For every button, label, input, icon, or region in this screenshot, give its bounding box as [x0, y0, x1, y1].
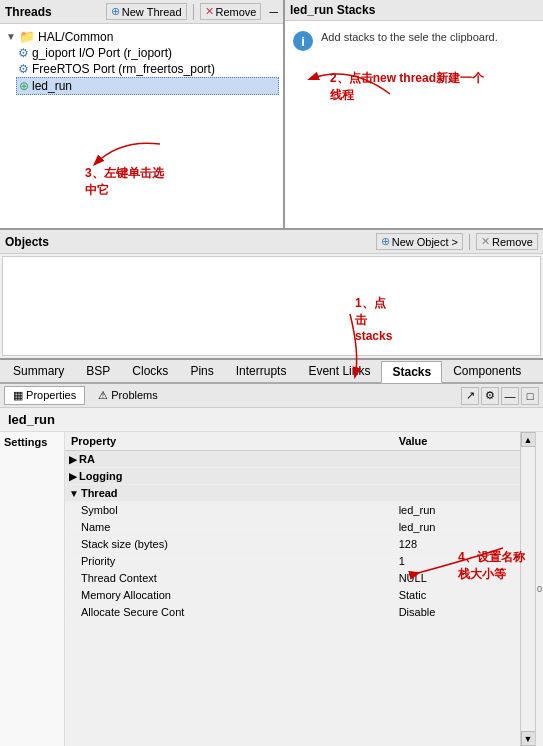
prop-value-cell[interactable]: Disable: [393, 604, 520, 621]
prop-property-cell: Memory Allocation: [65, 587, 393, 604]
component-icon: ⚙: [18, 46, 29, 60]
new-object-button[interactable]: ⊕ New Object >: [376, 233, 463, 250]
new-object-icon: ⊕: [381, 235, 390, 248]
scroll-down-button[interactable]: ▼: [521, 731, 536, 746]
prop-value-cell[interactable]: NULL: [393, 570, 520, 587]
prop-property-cell: Allocate Secure Cont: [65, 604, 393, 621]
threads-tree: ▼ 📁 HAL/Common ⚙ g_ioport I/O Port (r_io…: [0, 24, 283, 228]
stacks-info-text: Add stacks to the sele the clipboard.: [321, 29, 498, 46]
prop-property-cell: Priority: [65, 553, 393, 570]
objects-title: Objects: [5, 235, 372, 249]
tree-item-freertos-port[interactable]: ⚙ FreeRTOS Port (rm_freertos_port): [16, 61, 279, 77]
tab-bsp[interactable]: BSP: [75, 360, 121, 382]
remove-thread-icon: ✕: [205, 5, 214, 18]
info-icon: i: [293, 31, 313, 51]
prop-value-cell[interactable]: led_run: [393, 502, 520, 519]
prop-value-cell[interactable]: Static: [393, 587, 520, 604]
tab-event-links[interactable]: Event Links: [297, 360, 381, 382]
new-thread-icon: ⊕: [111, 5, 120, 18]
threads-header: Threads ⊕ New Thread ✕ Remove ─: [0, 0, 283, 24]
prop-property-cell: Thread Context: [65, 570, 393, 587]
prop-group-row[interactable]: ▼Thread: [65, 485, 520, 502]
prop-toolbar: ↗ ⚙ — □: [461, 387, 539, 405]
led-run-title: led_run: [0, 408, 543, 432]
remove-thread-button[interactable]: ✕ Remove: [200, 3, 262, 20]
tab-summary[interactable]: Summary: [2, 360, 75, 382]
minimize-icon[interactable]: ─: [269, 5, 278, 19]
right-label: 0: [535, 432, 543, 746]
tab-interrupts[interactable]: Interrupts: [225, 360, 298, 382]
bottom-section: ▦ Properties ⚠ Problems ↗ ⚙ — □ led_run …: [0, 384, 543, 746]
tree-label: FreeRTOS Port (rm_freertos_port): [32, 62, 215, 76]
component-icon: ⚙: [18, 62, 29, 76]
tree-label: led_run: [32, 79, 72, 93]
settings-sidebar: Settings: [0, 432, 65, 746]
prop-toolbar-btn1[interactable]: ↗: [461, 387, 479, 405]
tab-pins[interactable]: Pins: [179, 360, 224, 382]
tree-item-led-run[interactable]: ⊕ led_run: [16, 77, 279, 95]
properties-table: Property Value ▶RA▶Logging▼ThreadSymboll…: [65, 432, 520, 746]
prop-tab-properties[interactable]: ▦ Properties: [4, 386, 85, 405]
prop-value-cell[interactable]: 128: [393, 536, 520, 553]
prop-group-row[interactable]: ▶Logging: [65, 468, 520, 485]
bottom-content: Settings Property Value ▶RA▶Logging▼Thre…: [0, 432, 543, 746]
prop-toolbar-btn4[interactable]: □: [521, 387, 539, 405]
remove-object-button[interactable]: ✕ Remove: [476, 233, 538, 250]
problems-icon: ⚠: [98, 389, 111, 401]
tree-label: g_ioport I/O Port (r_ioport): [32, 46, 172, 60]
objects-content: [2, 256, 541, 356]
prop-property-cell: Name: [65, 519, 393, 536]
tree-label: HAL/Common: [38, 30, 113, 44]
folder-icon: 📁: [19, 29, 35, 44]
expand-icon: ▼: [6, 31, 16, 42]
scroll-up-button[interactable]: ▲: [521, 432, 536, 447]
prop-bar: ▦ Properties ⚠ Problems ↗ ⚙ — □: [0, 384, 543, 408]
prop-value-cell[interactable]: led_run: [393, 519, 520, 536]
objects-section: Objects ⊕ New Object > ✕ Remove: [0, 230, 543, 360]
remove-object-icon: ✕: [481, 235, 490, 248]
tab-stacks[interactable]: Stacks: [381, 361, 442, 383]
prop-toolbar-btn2[interactable]: ⚙: [481, 387, 499, 405]
tab-clocks[interactable]: Clocks: [121, 360, 179, 382]
threads-title: Threads: [5, 5, 102, 19]
stacks-title: led_run Stacks: [290, 3, 375, 17]
toolbar-separator: [193, 4, 194, 20]
toolbar-separator-obj: [469, 234, 470, 250]
new-thread-button[interactable]: ⊕ New Thread: [106, 3, 187, 20]
prop-group-row[interactable]: ▶RA: [65, 451, 520, 468]
tree-item-g-ioport[interactable]: ⚙ g_ioport I/O Port (r_ioport): [16, 45, 279, 61]
stacks-header: led_run Stacks: [285, 0, 543, 21]
stacks-panel: led_run Stacks i Add stacks to the sele …: [285, 0, 543, 228]
tab-components[interactable]: Components: [442, 360, 532, 382]
prop-property-cell: Symbol: [65, 502, 393, 519]
col-property: Property: [65, 432, 393, 451]
prop-property-cell: Stack size (bytes): [65, 536, 393, 553]
properties-icon: ▦: [13, 389, 26, 401]
new-component-icon: ⊕: [19, 79, 29, 93]
tree-item-hal-common[interactable]: ▼ 📁 HAL/Common: [4, 28, 279, 45]
objects-header: Objects ⊕ New Object > ✕ Remove: [0, 230, 543, 254]
stacks-content: i Add stacks to the sele the clipboard.: [285, 21, 543, 228]
right-scrollbar[interactable]: ▲ ▼: [520, 432, 535, 746]
col-value: Value: [393, 432, 520, 451]
threads-panel: Threads ⊕ New Thread ✕ Remove ─ ▼: [0, 0, 285, 228]
prop-toolbar-btn3[interactable]: —: [501, 387, 519, 405]
prop-value-cell[interactable]: 1: [393, 553, 520, 570]
tabs-row: Summary BSP Clocks Pins Interrupts Event…: [0, 360, 543, 384]
prop-tab-problems[interactable]: ⚠ Problems: [89, 386, 167, 405]
